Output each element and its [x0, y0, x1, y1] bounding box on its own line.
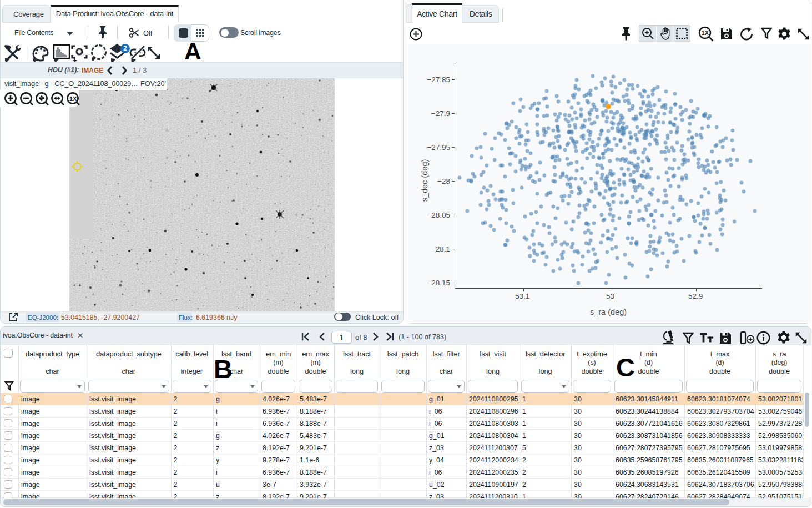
svg-text:53.1: 53.1: [515, 292, 529, 300]
svg-text:−28.1: −28.1: [431, 245, 450, 253]
svg-text:−28.05: −28.05: [427, 211, 450, 219]
svg-text:s_ra (deg): s_ra (deg): [590, 308, 627, 316]
svg-text:s_dec (deg): s_dec (deg): [420, 159, 429, 202]
svg-text:−28.15: −28.15: [427, 279, 450, 287]
svg-text:−27.85: −27.85: [427, 76, 450, 84]
svg-text:53: 53: [606, 292, 614, 300]
svg-text:−27.95: −27.95: [427, 143, 450, 152]
svg-text:1X: 1X: [69, 95, 77, 102]
svg-text:52.9: 52.9: [688, 292, 703, 300]
svg-text:−28: −28: [437, 177, 450, 185]
svg-text:−27.9: −27.9: [431, 109, 450, 118]
svg-text:1X: 1X: [702, 29, 709, 36]
